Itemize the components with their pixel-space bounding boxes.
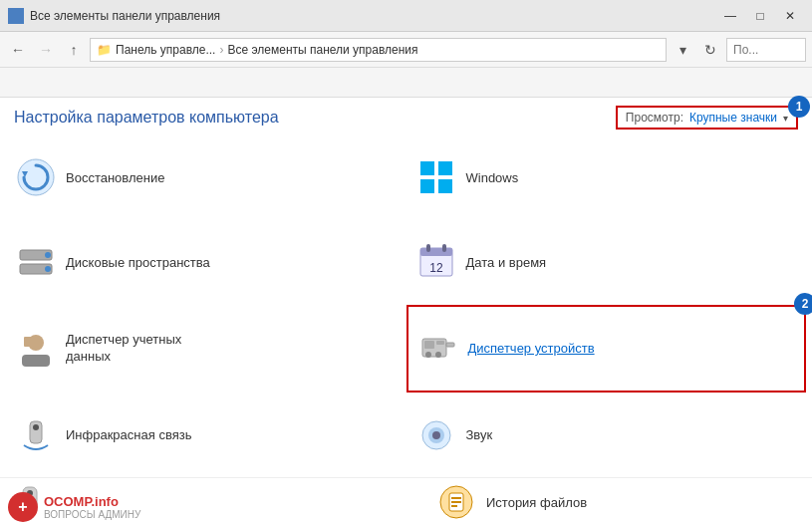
address-bar: ← → ↑ 📁 Панель управле... › Все элементы…	[0, 32, 812, 68]
page-title: Настройка параметров компьютера	[14, 109, 279, 127]
svg-rect-25	[446, 343, 454, 347]
svg-point-12	[45, 252, 51, 258]
item-sound[interactable]: Звук	[406, 393, 807, 477]
dropdown-arrow-icon: ▾	[783, 113, 788, 124]
recovery-icon	[16, 157, 56, 197]
watermark-site: OCOMP.info	[44, 494, 140, 509]
watermark: + OCOMP.info ВОПРОСЫ АДМИНУ	[8, 492, 140, 522]
sound-icon	[416, 415, 456, 455]
watermark-sub: ВОПРОСЫ АДМИНУ	[44, 509, 140, 520]
badge-1: 1	[788, 96, 810, 118]
ir-label: Инфракрасная связь	[66, 427, 191, 442]
item-accounts[interactable]: Диспетчер учетныхданных	[6, 305, 406, 394]
window-icon	[8, 8, 24, 24]
svg-rect-0	[9, 9, 16, 16]
item-ir[interactable]: Инфракрасная связь	[6, 393, 406, 477]
refresh-button[interactable]: ↻	[698, 38, 722, 62]
svg-point-13	[45, 266, 51, 272]
accounts-icon	[16, 329, 56, 369]
svg-rect-15	[420, 248, 452, 256]
windows-label: Windows	[466, 170, 519, 185]
item-windows[interactable]: Windows	[406, 135, 807, 220]
item-disk[interactable]: Дисковые пространства	[6, 220, 406, 305]
svg-rect-37	[451, 497, 461, 499]
svg-rect-23	[424, 341, 434, 349]
view-selector[interactable]: Просмотр: Крупные значки ▾ 1	[616, 106, 798, 130]
watermark-plus: +	[18, 498, 27, 516]
sound-label: Звук	[466, 427, 493, 442]
svg-rect-38	[451, 501, 461, 503]
window-title: Все элементы панели управления	[30, 9, 716, 23]
svg-rect-39	[451, 505, 457, 507]
breadcrumb-2[interactable]: Все элементы панели управления	[227, 43, 417, 57]
disk-icon	[16, 242, 56, 282]
up-button[interactable]: ↑	[62, 38, 86, 62]
filehistory-label: История файлов	[486, 495, 587, 510]
svg-rect-16	[426, 244, 430, 252]
window-controls: — □ ✕	[716, 5, 804, 27]
watermark-bar: + OCOMP.info ВОПРОСЫ АДМИНУ История файл…	[0, 477, 812, 526]
svg-rect-1	[17, 9, 23, 16]
watermark-logo: +	[8, 492, 38, 522]
svg-rect-24	[436, 341, 444, 345]
svg-point-26	[425, 352, 431, 358]
svg-rect-3	[17, 17, 23, 23]
svg-rect-9	[438, 179, 452, 193]
svg-rect-2	[9, 17, 16, 23]
svg-rect-17	[442, 244, 446, 252]
back-button[interactable]: ←	[6, 38, 30, 62]
svg-rect-20	[22, 355, 50, 367]
windows-icon	[416, 157, 456, 197]
close-button[interactable]: ✕	[776, 5, 804, 27]
devicemanager-label[interactable]: Диспетчер устройств	[468, 341, 595, 356]
maximize-button[interactable]: □	[746, 5, 774, 27]
header-row: Настройка параметров компьютера Просмотр…	[0, 98, 812, 135]
main-content: Настройка параметров компьютера Просмотр…	[0, 98, 812, 526]
svg-text:12: 12	[429, 261, 443, 275]
ir-icon	[16, 415, 56, 455]
svg-rect-6	[420, 161, 434, 175]
title-bar: Все элементы панели управления — □ ✕	[0, 0, 812, 32]
datetime-icon: 12	[416, 242, 456, 282]
svg-rect-7	[438, 161, 452, 175]
item-devicemanager[interactable]: 2 Диспетчер устройств Диспетчер уст... П…	[406, 305, 807, 394]
view-label: Просмотр:	[626, 111, 683, 125]
disk-label: Дисковые пространства	[66, 255, 210, 270]
watermark-info: OCOMP.info ВОПРОСЫ АДМИНУ	[44, 494, 140, 520]
dropdown-button[interactable]: ▾	[671, 38, 694, 62]
minimize-button[interactable]: —	[716, 5, 744, 27]
filehistory-icon	[436, 482, 476, 522]
svg-rect-21	[24, 337, 34, 347]
breadcrumb-separator: ›	[219, 43, 223, 57]
address-field[interactable]: 📁 Панель управле... › Все элементы панел…	[90, 38, 667, 62]
svg-point-27	[435, 352, 441, 358]
svg-point-29	[33, 424, 39, 430]
svg-rect-8	[420, 179, 434, 193]
search-input[interactable]	[726, 38, 806, 62]
devicemanager-icon	[418, 329, 458, 369]
badge-2: 2	[794, 293, 812, 315]
view-value[interactable]: Крупные значки	[689, 111, 777, 125]
toolbar	[0, 68, 812, 98]
recovery-label: Восстановление	[66, 170, 164, 185]
datetime-label: Дата и время	[466, 255, 547, 270]
svg-point-32	[432, 431, 440, 439]
forward-button[interactable]: →	[34, 38, 58, 62]
items-grid: Восстановление Windows	[0, 135, 812, 477]
item-recovery[interactable]: Восстановление	[6, 135, 406, 220]
item-datetime[interactable]: 12 Дата и время	[406, 220, 807, 305]
folder-icon: 📁	[97, 43, 112, 57]
accounts-label: Диспетчер учетныхданных	[66, 332, 181, 366]
breadcrumb-1[interactable]: Панель управле...	[116, 43, 215, 57]
item-filehistory[interactable]: История файлов	[436, 482, 587, 522]
